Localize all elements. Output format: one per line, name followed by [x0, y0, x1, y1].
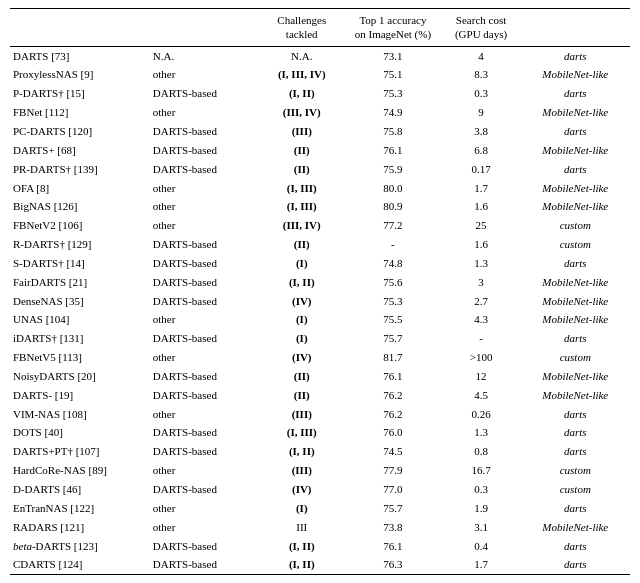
cell-title: S-DARTS† [14] — [10, 254, 150, 273]
table-row: HardCoRe-NAS [89]other(III)77.916.7custo… — [10, 461, 630, 480]
cell-challenges: (I, II) — [259, 442, 344, 461]
cell-accuracy: 75.8 — [344, 122, 441, 141]
cell-challenges: (IV) — [259, 348, 344, 367]
cell-type: N.A. — [150, 46, 259, 65]
table-row: DARTS [73]N.A.N.A.73.14darts — [10, 46, 630, 65]
cell-cost: 6.8 — [442, 141, 521, 160]
cell-type: DARTS-based — [150, 160, 259, 179]
cell-title: HardCoRe-NAS [89] — [10, 461, 150, 480]
cell-search: MobileNet-like — [521, 103, 630, 122]
cell-search: darts — [521, 537, 630, 556]
cell-cost: 1.7 — [442, 555, 521, 574]
header-cost: Search cost(GPU days) — [442, 9, 521, 47]
cell-type: DARTS-based — [150, 480, 259, 499]
cell-cost: 0.4 — [442, 537, 521, 556]
cell-cost: 1.3 — [442, 254, 521, 273]
table-row: CDARTS [124]DARTS-based(I, II)76.31.7dar… — [10, 555, 630, 574]
cell-type: DARTS-based — [150, 292, 259, 311]
cell-cost: 0.8 — [442, 442, 521, 461]
cell-search: darts — [521, 46, 630, 65]
cell-search: custom — [521, 480, 630, 499]
cell-challenges: (I, III) — [259, 197, 344, 216]
cell-type: other — [150, 179, 259, 198]
cell-search: darts — [521, 423, 630, 442]
cell-title: D-DARTS [46] — [10, 480, 150, 499]
cell-challenges: (I) — [259, 499, 344, 518]
cell-search: MobileNet-like — [521, 65, 630, 84]
cell-accuracy: 74.5 — [344, 442, 441, 461]
cell-challenges: (I, II) — [259, 84, 344, 103]
cell-title: OFA [8] — [10, 179, 150, 198]
cell-cost: 0.17 — [442, 160, 521, 179]
table-row: VIM-NAS [108]other(III)76.20.26darts — [10, 405, 630, 424]
cell-challenges: III — [259, 518, 344, 537]
cell-challenges: (II) — [259, 386, 344, 405]
cell-search: MobileNet-like — [521, 197, 630, 216]
cell-type: DARTS-based — [150, 84, 259, 103]
cell-type: DARTS-based — [150, 386, 259, 405]
cell-cost: 9 — [442, 103, 521, 122]
cell-cost: 1.6 — [442, 197, 521, 216]
cell-search: darts — [521, 329, 630, 348]
cell-accuracy: 76.1 — [344, 141, 441, 160]
cell-title: VIM-NAS [108] — [10, 405, 150, 424]
cell-type: DARTS-based — [150, 537, 259, 556]
cell-cost: 3.1 — [442, 518, 521, 537]
cell-type: DARTS-based — [150, 423, 259, 442]
cell-cost: 3.8 — [442, 122, 521, 141]
cell-title: PR-DARTS† [139] — [10, 160, 150, 179]
table-row: beta-DARTS [123]DARTS-based(I, II)76.10.… — [10, 537, 630, 556]
table-row: DARTS- [19]DARTS-based(II)76.24.5MobileN… — [10, 386, 630, 405]
cell-challenges: (II) — [259, 141, 344, 160]
table-row: RADARS [121]otherIII73.83.1MobileNet-lik… — [10, 518, 630, 537]
cell-accuracy: 75.9 — [344, 160, 441, 179]
cell-type: other — [150, 405, 259, 424]
cell-challenges: (III, IV) — [259, 216, 344, 235]
cell-type: DARTS-based — [150, 235, 259, 254]
cell-challenges: (I, II) — [259, 537, 344, 556]
cell-type: DARTS-based — [150, 141, 259, 160]
cell-accuracy: 76.2 — [344, 405, 441, 424]
table-row: OFA [8]other(I, III)80.01.7MobileNet-lik… — [10, 179, 630, 198]
cell-search: darts — [521, 122, 630, 141]
cell-challenges: (III) — [259, 122, 344, 141]
cell-challenges: (I) — [259, 310, 344, 329]
table-row: DARTS+ [68]DARTS-based(II)76.16.8MobileN… — [10, 141, 630, 160]
cell-type: other — [150, 65, 259, 84]
cell-cost: 8.3 — [442, 65, 521, 84]
cell-challenges: (II) — [259, 160, 344, 179]
cell-search: custom — [521, 461, 630, 480]
cell-search: darts — [521, 254, 630, 273]
cell-accuracy: 76.0 — [344, 423, 441, 442]
cell-challenges: (II) — [259, 367, 344, 386]
cell-type: other — [150, 461, 259, 480]
cell-accuracy: 77.2 — [344, 216, 441, 235]
cell-accuracy: 75.7 — [344, 329, 441, 348]
table-row: S-DARTS† [14]DARTS-based(I)74.81.3darts — [10, 254, 630, 273]
cell-search: MobileNet-like — [521, 310, 630, 329]
cell-cost: 25 — [442, 216, 521, 235]
cell-search: darts — [521, 84, 630, 103]
cell-accuracy: 75.5 — [344, 310, 441, 329]
cell-accuracy: 76.2 — [344, 386, 441, 405]
cell-accuracy: 76.3 — [344, 555, 441, 574]
table-row: D-DARTS [46]DARTS-based(IV)77.00.3custom — [10, 480, 630, 499]
cell-challenges: (II) — [259, 235, 344, 254]
cell-accuracy: 75.1 — [344, 65, 441, 84]
cell-accuracy: 75.6 — [344, 273, 441, 292]
cell-type: DARTS-based — [150, 273, 259, 292]
cell-challenges: N.A. — [259, 46, 344, 65]
cell-search: MobileNet-like — [521, 179, 630, 198]
cell-search: darts — [521, 499, 630, 518]
cell-title: P-DARTS† [15] — [10, 84, 150, 103]
cell-accuracy: 77.9 — [344, 461, 441, 480]
cell-cost: >100 — [442, 348, 521, 367]
cell-search: darts — [521, 442, 630, 461]
cell-accuracy: 73.1 — [344, 46, 441, 65]
cell-type: DARTS-based — [150, 329, 259, 348]
cell-accuracy: 80.0 — [344, 179, 441, 198]
cell-search: MobileNet-like — [521, 292, 630, 311]
cell-accuracy: 76.1 — [344, 537, 441, 556]
table-row: FBNet [112]other(III, IV)74.99MobileNet-… — [10, 103, 630, 122]
cell-search: MobileNet-like — [521, 386, 630, 405]
